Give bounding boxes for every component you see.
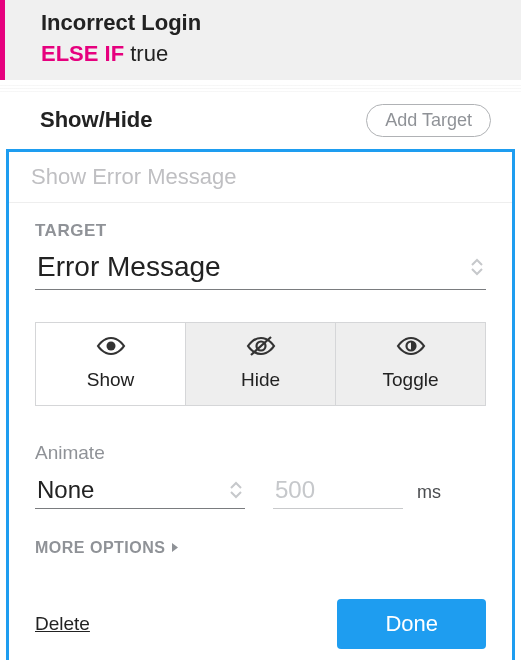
condition-title: Incorrect Login [41, 8, 521, 39]
animate-row: None ms [35, 476, 486, 509]
sort-arrows-icon [229, 481, 243, 499]
target-select[interactable]: Error Message [35, 251, 486, 290]
condition-keyword: ELSE IF [41, 41, 124, 66]
more-options-toggle[interactable]: MORE OPTIONS [35, 539, 180, 557]
segment-hide[interactable]: Hide [185, 323, 335, 405]
panel-body: TARGET Error Message Show Hide [9, 203, 512, 660]
duration-input[interactable] [273, 476, 403, 509]
segment-hide-label: Hide [241, 369, 280, 391]
condition-expression: ELSE IF true [41, 39, 521, 70]
separator [0, 84, 521, 92]
segment-show[interactable]: Show [36, 323, 185, 405]
visibility-segmented: Show Hide Toggle [35, 322, 486, 406]
animate-label: Animate [35, 442, 486, 464]
animate-type-value: None [37, 476, 94, 504]
action-header: Show/Hide Add Target [0, 92, 521, 149]
action-title: Show/Hide [40, 107, 152, 133]
panel-footer: Delete Done [35, 599, 486, 649]
segment-toggle-label: Toggle [383, 369, 439, 391]
more-options-label: MORE OPTIONS [35, 539, 165, 557]
target-value: Error Message [37, 251, 221, 283]
add-target-button[interactable]: Add Target [366, 104, 491, 137]
eye-half-icon [395, 335, 427, 361]
sort-arrows-icon [470, 258, 484, 276]
animate-duration: ms [273, 476, 441, 509]
eye-off-icon [245, 335, 277, 361]
condition-expression-text: true [130, 41, 168, 66]
segment-show-label: Show [87, 369, 135, 391]
delete-link[interactable]: Delete [35, 613, 90, 635]
svg-point-0 [106, 341, 115, 350]
eye-icon [95, 335, 127, 361]
action-panel: Show Error Message TARGET Error Message … [6, 149, 515, 660]
segment-toggle[interactable]: Toggle [335, 323, 485, 405]
animate-type-select[interactable]: None [35, 476, 245, 509]
panel-title: Show Error Message [9, 152, 512, 203]
duration-unit: ms [417, 482, 441, 503]
done-button[interactable]: Done [337, 599, 486, 649]
condition-header: Incorrect Login ELSE IF true [0, 0, 521, 80]
chevron-right-icon [171, 539, 180, 557]
target-label: TARGET [35, 221, 486, 241]
